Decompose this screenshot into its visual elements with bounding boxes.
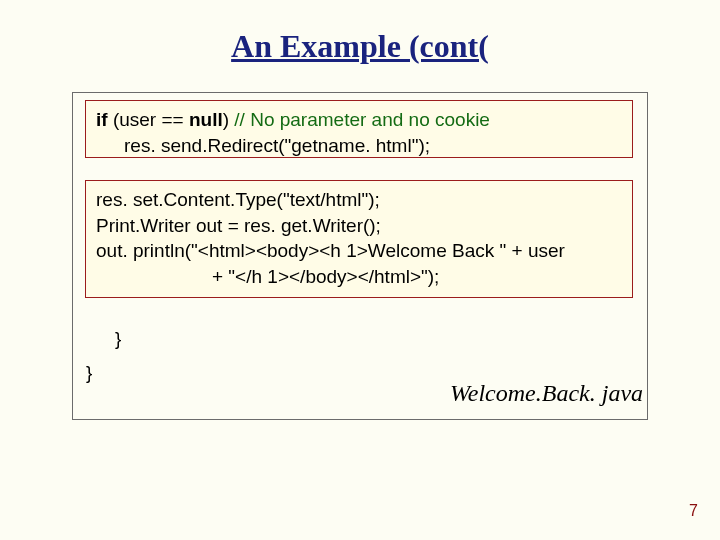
filename-caption: Welcome.Back. java	[450, 380, 643, 407]
code-line-1: res. set.Content.Type("text/html");	[96, 187, 622, 213]
code-text: )	[223, 109, 235, 130]
slide: An Example (cont( if (user == null) // N…	[0, 0, 720, 540]
code-line-2: Print.Writer out = res. get.Writer();	[96, 213, 622, 239]
code-block-1: if (user == null) // No parameter and no…	[85, 100, 633, 158]
keyword-null: null	[189, 109, 223, 130]
closing-brace-outer: }	[86, 362, 92, 384]
code-line-2: res. send.Redirect("getname. html");	[96, 133, 622, 159]
page-number: 7	[689, 502, 698, 520]
code-line-3: out. println("<html><body><h 1>Welcome B…	[96, 238, 622, 264]
keyword-if: if	[96, 109, 108, 130]
closing-brace-inner: }	[115, 328, 121, 350]
code-line-4: + "</h 1></body></html>");	[96, 264, 622, 290]
code-text: (user ==	[108, 109, 189, 130]
slide-title: An Example (cont(	[0, 28, 720, 65]
code-block-2: res. set.Content.Type("text/html"); Prin…	[85, 180, 633, 298]
code-line-1: if (user == null) // No parameter and no…	[96, 109, 490, 130]
code-comment: // No parameter and no cookie	[234, 109, 490, 130]
